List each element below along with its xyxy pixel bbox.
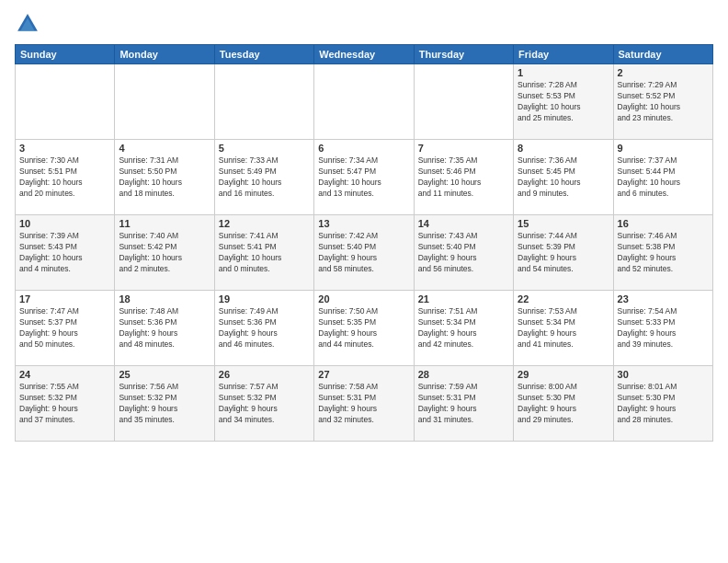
calendar-cell — [115, 64, 214, 140]
day-info: Sunrise: 7:41 AM Sunset: 5:41 PM Dayligh… — [219, 231, 310, 275]
day-number: 26 — [219, 369, 310, 380]
day-info: Sunrise: 7:56 AM Sunset: 5:32 PM Dayligh… — [119, 382, 210, 426]
day-number: 14 — [418, 218, 509, 229]
day-number: 29 — [518, 369, 609, 380]
day-info: Sunrise: 7:48 AM Sunset: 5:36 PM Dayligh… — [119, 306, 210, 350]
day-number: 16 — [618, 218, 709, 229]
day-number: 2 — [618, 67, 709, 78]
day-info: Sunrise: 8:01 AM Sunset: 5:30 PM Dayligh… — [618, 382, 709, 426]
day-info: Sunrise: 7:58 AM Sunset: 5:31 PM Dayligh… — [318, 382, 409, 426]
day-info: Sunrise: 7:42 AM Sunset: 5:40 PM Dayligh… — [318, 231, 409, 275]
calendar-cell: 1Sunrise: 7:28 AM Sunset: 5:53 PM Daylig… — [514, 64, 613, 140]
calendar-table: SundayMondayTuesdayWednesdayThursdayFrid… — [15, 44, 713, 442]
day-info: Sunrise: 7:35 AM Sunset: 5:46 PM Dayligh… — [418, 155, 509, 200]
day-number: 30 — [618, 369, 709, 380]
calendar-cell: 15Sunrise: 7:44 AM Sunset: 5:39 PM Dayli… — [514, 215, 613, 291]
day-info: Sunrise: 7:57 AM Sunset: 5:32 PM Dayligh… — [219, 382, 310, 426]
day-number: 25 — [119, 369, 210, 380]
day-info: Sunrise: 7:44 AM Sunset: 5:39 PM Dayligh… — [518, 231, 609, 275]
logo — [15, 11, 44, 37]
day-number: 12 — [219, 218, 310, 229]
week-row-2: 3Sunrise: 7:30 AM Sunset: 5:51 PM Daylig… — [16, 140, 713, 215]
day-info: Sunrise: 7:39 AM Sunset: 5:43 PM Dayligh… — [19, 231, 110, 275]
weekday-header-wednesday: Wednesday — [314, 45, 414, 64]
day-number: 8 — [518, 143, 609, 154]
calendar-cell: 21Sunrise: 7:51 AM Sunset: 5:34 PM Dayli… — [414, 291, 513, 366]
calendar-cell: 16Sunrise: 7:46 AM Sunset: 5:38 PM Dayli… — [613, 215, 712, 291]
day-info: Sunrise: 7:37 AM Sunset: 5:44 PM Dayligh… — [618, 155, 709, 200]
calendar-cell: 19Sunrise: 7:49 AM Sunset: 5:36 PM Dayli… — [214, 291, 313, 366]
day-info: Sunrise: 7:30 AM Sunset: 5:51 PM Dayligh… — [19, 155, 110, 200]
calendar-cell: 10Sunrise: 7:39 AM Sunset: 5:43 PM Dayli… — [16, 215, 115, 291]
week-row-3: 10Sunrise: 7:39 AM Sunset: 5:43 PM Dayli… — [16, 215, 713, 291]
calendar-cell: 8Sunrise: 7:36 AM Sunset: 5:45 PM Daylig… — [514, 140, 613, 215]
week-row-5: 24Sunrise: 7:55 AM Sunset: 5:32 PM Dayli… — [16, 366, 713, 442]
day-number: 23 — [618, 293, 709, 304]
calendar-cell: 9Sunrise: 7:37 AM Sunset: 5:44 PM Daylig… — [613, 140, 712, 215]
calendar-cell: 27Sunrise: 7:58 AM Sunset: 5:31 PM Dayli… — [314, 366, 414, 442]
day-number: 1 — [518, 67, 609, 78]
calendar-cell: 23Sunrise: 7:54 AM Sunset: 5:33 PM Dayli… — [613, 291, 712, 366]
day-info: Sunrise: 7:47 AM Sunset: 5:37 PM Dayligh… — [19, 306, 110, 350]
day-info: Sunrise: 8:00 AM Sunset: 5:30 PM Dayligh… — [518, 382, 609, 426]
day-info: Sunrise: 7:51 AM Sunset: 5:34 PM Dayligh… — [418, 306, 509, 350]
calendar-cell: 28Sunrise: 7:59 AM Sunset: 5:31 PM Dayli… — [414, 366, 513, 442]
calendar-cell: 2Sunrise: 7:29 AM Sunset: 5:52 PM Daylig… — [613, 64, 712, 140]
calendar-cell: 14Sunrise: 7:43 AM Sunset: 5:40 PM Dayli… — [414, 215, 513, 291]
day-info: Sunrise: 7:55 AM Sunset: 5:32 PM Dayligh… — [19, 382, 110, 426]
page: SundayMondayTuesdayWednesdayThursdayFrid… — [0, 0, 728, 563]
day-info: Sunrise: 7:29 AM Sunset: 5:52 PM Dayligh… — [618, 80, 709, 124]
day-number: 3 — [19, 143, 110, 154]
day-info: Sunrise: 7:28 AM Sunset: 5:53 PM Dayligh… — [518, 80, 609, 124]
calendar-cell: 30Sunrise: 8:01 AM Sunset: 5:30 PM Dayli… — [613, 366, 712, 442]
day-number: 20 — [318, 293, 409, 304]
day-number: 21 — [418, 293, 509, 304]
calendar-cell: 25Sunrise: 7:56 AM Sunset: 5:32 PM Dayli… — [115, 366, 214, 442]
calendar-cell: 24Sunrise: 7:55 AM Sunset: 5:32 PM Dayli… — [16, 366, 115, 442]
calendar-cell: 6Sunrise: 7:34 AM Sunset: 5:47 PM Daylig… — [314, 140, 414, 215]
weekday-header-thursday: Thursday — [414, 45, 513, 64]
weekday-header-monday: Monday — [115, 45, 214, 64]
day-info: Sunrise: 7:59 AM Sunset: 5:31 PM Dayligh… — [418, 382, 509, 426]
day-number: 13 — [318, 218, 409, 229]
calendar-cell: 11Sunrise: 7:40 AM Sunset: 5:42 PM Dayli… — [115, 215, 214, 291]
logo-icon — [15, 11, 40, 37]
calendar-cell: 18Sunrise: 7:48 AM Sunset: 5:36 PM Dayli… — [115, 291, 214, 366]
day-number: 28 — [418, 369, 509, 380]
calendar-cell — [214, 64, 313, 140]
calendar-cell: 20Sunrise: 7:50 AM Sunset: 5:35 PM Dayli… — [314, 291, 414, 366]
day-info: Sunrise: 7:31 AM Sunset: 5:50 PM Dayligh… — [119, 155, 210, 200]
weekday-header-saturday: Saturday — [613, 45, 712, 64]
day-info: Sunrise: 7:43 AM Sunset: 5:40 PM Dayligh… — [418, 231, 509, 275]
weekday-header-sunday: Sunday — [16, 45, 115, 64]
day-number: 18 — [119, 293, 210, 304]
day-info: Sunrise: 7:54 AM Sunset: 5:33 PM Dayligh… — [618, 306, 709, 350]
calendar-cell: 3Sunrise: 7:30 AM Sunset: 5:51 PM Daylig… — [16, 140, 115, 215]
calendar-cell: 4Sunrise: 7:31 AM Sunset: 5:50 PM Daylig… — [115, 140, 214, 215]
day-number: 9 — [618, 143, 709, 154]
calendar-cell: 7Sunrise: 7:35 AM Sunset: 5:46 PM Daylig… — [414, 140, 513, 215]
calendar-cell: 5Sunrise: 7:33 AM Sunset: 5:49 PM Daylig… — [214, 140, 313, 215]
day-number: 5 — [219, 143, 310, 154]
calendar-cell: 26Sunrise: 7:57 AM Sunset: 5:32 PM Dayli… — [214, 366, 313, 442]
header — [15, 11, 713, 37]
day-info: Sunrise: 7:34 AM Sunset: 5:47 PM Dayligh… — [318, 155, 409, 200]
day-number: 27 — [318, 369, 409, 380]
calendar-cell: 13Sunrise: 7:42 AM Sunset: 5:40 PM Dayli… — [314, 215, 414, 291]
day-info: Sunrise: 7:33 AM Sunset: 5:49 PM Dayligh… — [219, 155, 310, 200]
day-number: 24 — [19, 369, 110, 380]
calendar-cell: 29Sunrise: 8:00 AM Sunset: 5:30 PM Dayli… — [514, 366, 613, 442]
calendar-cell: 17Sunrise: 7:47 AM Sunset: 5:37 PM Dayli… — [16, 291, 115, 366]
day-info: Sunrise: 7:49 AM Sunset: 5:36 PM Dayligh… — [219, 306, 310, 350]
day-number: 7 — [418, 143, 509, 154]
calendar-cell — [314, 64, 414, 140]
day-info: Sunrise: 7:40 AM Sunset: 5:42 PM Dayligh… — [119, 231, 210, 275]
day-number: 6 — [318, 143, 409, 154]
day-info: Sunrise: 7:46 AM Sunset: 5:38 PM Dayligh… — [618, 231, 709, 275]
day-number: 10 — [19, 218, 110, 229]
calendar-cell: 12Sunrise: 7:41 AM Sunset: 5:41 PM Dayli… — [214, 215, 313, 291]
weekday-header-tuesday: Tuesday — [214, 45, 313, 64]
day-number: 22 — [518, 293, 609, 304]
week-row-4: 17Sunrise: 7:47 AM Sunset: 5:37 PM Dayli… — [16, 291, 713, 366]
day-number: 11 — [119, 218, 210, 229]
